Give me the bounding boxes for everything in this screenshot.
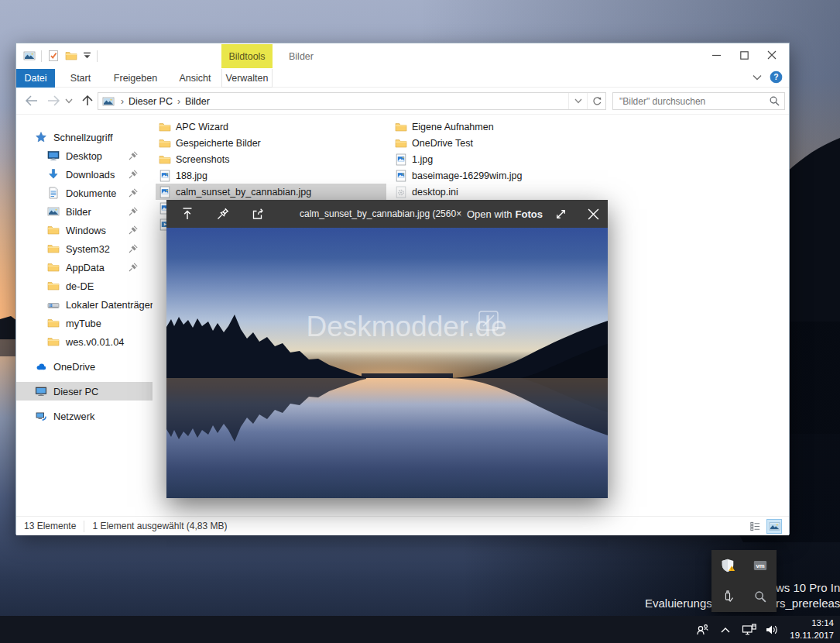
sidebar-item-netzwerk[interactable]: Netzwerk (16, 407, 153, 425)
close-button[interactable] (758, 43, 786, 67)
pin-icon[interactable] (128, 206, 139, 217)
address-bar[interactable]: › Dieser PC › Bilder (98, 92, 606, 110)
navigation-pane: SchnellzugriffDesktopDownloadsDokumenteB… (16, 115, 153, 516)
file-item-onedrive-test[interactable]: OneDrive Test (392, 135, 624, 151)
help-icon[interactable]: ? (770, 70, 783, 84)
people-icon[interactable] (692, 620, 712, 640)
search-icon[interactable] (769, 95, 780, 107)
pin-icon[interactable] (128, 225, 139, 236)
open-with-fotos-button[interactable]: Open with Fotos (467, 200, 543, 228)
file-item-1-jpg[interactable]: 1.jpg (392, 151, 624, 167)
search-box[interactable] (612, 92, 785, 110)
breadcrumb-this-pc[interactable]: Dieser PC (127, 96, 174, 107)
back-button[interactable] (22, 91, 41, 110)
sidebar-item-windows[interactable]: Windows (16, 221, 153, 239)
qat-customize-chevron-icon[interactable] (83, 52, 91, 60)
recent-locations-chevron-icon[interactable] (63, 91, 75, 110)
tray-expand-chevron-icon[interactable] (715, 620, 735, 640)
tab-start[interactable]: Start (58, 69, 103, 88)
file-item-apc-wizard[interactable]: APC Wizard (156, 119, 386, 135)
folder-icon (159, 121, 171, 133)
desktop-build-watermark-line2-right: rs_prerelease.171 (776, 597, 840, 610)
breadcrumb-separator: › (118, 96, 127, 107)
sidebar-item-appdata[interactable]: AppData (16, 258, 153, 277)
preview-toolbar: calm_sunset_by_cannabian.jpg (2560×16… O… (166, 200, 608, 228)
tab-freigeben[interactable]: Freigeben (103, 69, 168, 88)
tab-ansicht[interactable]: Ansicht (168, 69, 222, 88)
sidebar-item-schnellzugriff[interactable]: Schnellzugriff (16, 128, 153, 146)
file-item-label: OneDrive Test (412, 138, 473, 149)
sidebar-item-system32[interactable]: System32 (16, 239, 153, 258)
address-dropdown-chevron-icon[interactable] (568, 93, 587, 109)
file-item-gespeicherte-bilder[interactable]: Gespeicherte Bilder (156, 135, 386, 151)
thumbnail-view-button[interactable] (767, 520, 781, 533)
fullscreen-icon[interactable] (552, 205, 569, 222)
sidebar-item-label: Lokaler Datenträger (66, 299, 153, 311)
pin-icon[interactable] (128, 243, 139, 254)
breadcrumb-bilder[interactable]: Bilder (183, 96, 211, 107)
set-as-background-icon[interactable] (179, 205, 196, 222)
sidebar-item-downloads[interactable]: Downloads (16, 165, 153, 184)
search-input[interactable] (613, 93, 784, 109)
sidebar-item-label: Schnellzugriff (53, 132, 113, 143)
close-preview-icon[interactable] (585, 205, 602, 222)
downloads-icon (47, 168, 60, 181)
sidebar-item-mytube[interactable]: myTube (16, 314, 153, 332)
open-with-app-label: Fotos (516, 208, 543, 220)
window-title: Bilder (289, 43, 314, 69)
folder-icon (47, 261, 60, 273)
ribbon-collapse-chevron-icon[interactable] (753, 74, 762, 81)
qat-new-folder-icon[interactable] (65, 50, 77, 62)
svg-text:vm: vm (756, 562, 764, 569)
file-item-eigene-aufnahmen[interactable]: Eigene Aufnahmen (392, 119, 624, 135)
up-button[interactable] (78, 91, 97, 110)
tray-overflow-flyout: vm (711, 550, 777, 612)
tray-defender-shield[interactable] (711, 550, 744, 581)
volume-icon[interactable] (762, 620, 782, 640)
taskbar-clock[interactable]: 13:14 19.11.2017 (790, 617, 834, 641)
file-item-calm-sunset-by-cannabian-jpg[interactable]: calm_sunset_by_cannabian.jpg (156, 184, 386, 200)
tab-verwalten[interactable]: Verwalten (221, 69, 273, 88)
refresh-icon[interactable] (587, 93, 605, 109)
contextual-tab-group[interactable]: Bildtools (221, 44, 273, 68)
file-item-desktop-ini[interactable]: desktop.ini (392, 184, 624, 200)
tray-usb-device[interactable] (711, 581, 744, 612)
tray-vmware[interactable]: vm (744, 550, 777, 581)
maximize-button[interactable] (730, 43, 758, 67)
file-item-label: Gespeicherte Bilder (176, 138, 261, 149)
file-list-column-2: Eigene AufnahmenOneDrive Test1.jpgbaseim… (392, 119, 624, 200)
open-with-label: Open with (467, 208, 513, 220)
details-view-button[interactable] (748, 520, 762, 533)
sidebar-item-de-de[interactable]: de-DE (16, 277, 153, 295)
network-tray-icon[interactable] (739, 620, 759, 640)
onedrive-icon (35, 360, 47, 373)
file-item-188-jpg[interactable]: 188.jpg (156, 167, 386, 184)
sidebar-item-wes-v0-01-04[interactable]: wes.v0.01.04 (16, 332, 153, 351)
file-item-baseimage-16299wim-jpg[interactable]: baseimage-16299wim.jpg (392, 167, 624, 184)
sidebar-item-label: Netzwerk (53, 411, 94, 422)
pin-preview-icon[interactable] (214, 205, 231, 222)
forward-button[interactable] (44, 91, 63, 110)
sidebar-item-dieser-pc[interactable]: Dieser PC (16, 382, 153, 401)
folder-icon (395, 121, 407, 133)
file-item-screenshots[interactable]: Screenshots (156, 151, 386, 167)
share-icon[interactable] (249, 205, 266, 222)
sidebar-item-dokumente[interactable]: Dokumente (16, 184, 153, 202)
sidebar-item-onedrive[interactable]: OneDrive (16, 357, 153, 376)
minimize-button[interactable] (702, 43, 730, 67)
qat-properties-icon[interactable] (47, 50, 60, 62)
file-item-label: 1.jpg (412, 154, 433, 165)
magnifier-icon (753, 589, 768, 604)
pin-icon[interactable] (128, 169, 139, 180)
sidebar-item-label: Desktop (66, 150, 102, 162)
pin-icon[interactable] (128, 150, 139, 161)
preview-image-watermark: Deskmodder.de (306, 311, 506, 342)
sidebar-item-lokaler-datentr-ger[interactable]: Lokaler Datenträger (16, 295, 153, 314)
tray-magnifier[interactable] (744, 581, 777, 612)
tab-datei[interactable]: Datei (16, 69, 55, 88)
pin-icon[interactable] (128, 187, 139, 198)
pin-icon[interactable] (128, 262, 139, 273)
image-icon (159, 170, 171, 182)
sidebar-item-bilder[interactable]: Bilder (16, 202, 153, 221)
sidebar-item-desktop[interactable]: Desktop (16, 146, 153, 165)
